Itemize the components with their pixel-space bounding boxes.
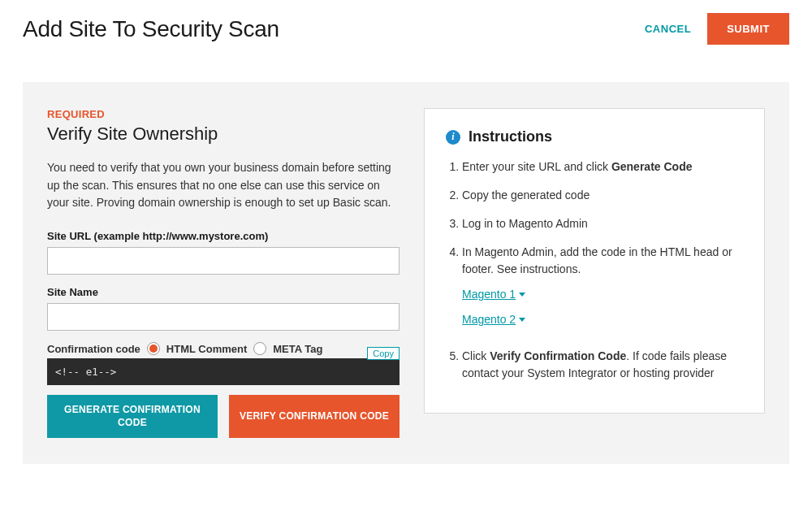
required-label: REQUIRED <box>47 108 400 120</box>
page-title: Add Site To Security Scan <box>23 16 279 42</box>
site-name-input[interactable] <box>47 303 400 331</box>
generate-code-button[interactable]: GENERATE CONFIRMATION CODE <box>47 395 218 438</box>
instructions-header: i Instructions <box>446 128 743 145</box>
instructions-box: i Instructions Enter your site URL and c… <box>424 108 765 414</box>
confirmation-code-label: Confirmation code <box>47 343 140 355</box>
instruction-step-4: In Magento Admin, add the code in the HT… <box>462 244 743 336</box>
info-icon: i <box>446 130 460 145</box>
section-description: You need to verify that you own your bus… <box>47 159 400 212</box>
instruction-step-5: Click Verify Confirmation Code. If code … <box>462 348 743 382</box>
instructions-list: Enter your site URL and click Generate C… <box>446 158 743 382</box>
radio-meta-tag-label: META Tag <box>273 343 322 355</box>
instruction-step-2: Copy the generated code <box>462 187 743 204</box>
action-button-row: GENERATE CONFIRMATION CODE VERIFY CONFIR… <box>47 395 400 438</box>
header-actions: CANCEL SUBMIT <box>640 13 789 45</box>
section-title: Verify Site Ownership <box>47 124 400 145</box>
code-wrap: Copy <!-- e1--> <box>47 358 400 385</box>
copy-button[interactable]: Copy <box>367 347 400 360</box>
instructions-column: i Instructions Enter your site URL and c… <box>424 108 765 438</box>
site-url-input[interactable] <box>47 247 400 275</box>
instructions-title: Instructions <box>469 128 552 145</box>
content-panel: REQUIRED Verify Site Ownership You need … <box>23 82 789 464</box>
radio-html-comment-label: HTML Comment <box>166 343 247 355</box>
radio-html-comment[interactable] <box>147 342 160 355</box>
confirmation-code-box: <!-- e1--> <box>47 358 400 385</box>
magento-2-link[interactable]: Magento 2 <box>462 311 525 328</box>
magento-1-link[interactable]: Magento 1 <box>462 286 525 303</box>
chevron-down-icon <box>519 318 525 322</box>
submit-button[interactable]: SUBMIT <box>707 13 789 45</box>
site-name-label: Site Name <box>47 286 400 298</box>
page-header: Add Site To Security Scan CANCEL SUBMIT <box>0 0 812 64</box>
radio-meta-tag[interactable] <box>253 342 266 355</box>
verify-code-button[interactable]: VERIFY CONFIRMATION CODE <box>229 395 400 438</box>
chevron-down-icon <box>519 292 525 297</box>
cancel-button[interactable]: CANCEL <box>640 15 696 43</box>
instruction-step-3: Log in to Magento Admin <box>462 215 743 232</box>
site-url-label: Site URL (example http://www.mystore.com… <box>47 230 400 242</box>
instruction-step-1: Enter your site URL and click Generate C… <box>462 158 743 176</box>
instruction-sub-links: Magento 1 Magento 2 <box>462 286 743 336</box>
confirmation-code-radio-row: Confirmation code HTML Comment META Tag <box>47 342 400 355</box>
form-column: REQUIRED Verify Site Ownership You need … <box>47 108 400 438</box>
